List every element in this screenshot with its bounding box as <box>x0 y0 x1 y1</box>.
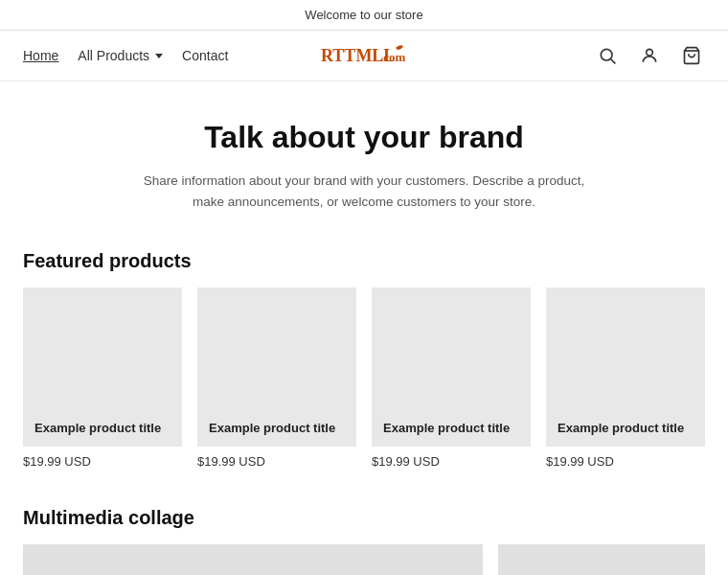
product-card[interactable]: Example product title $19.99 USD <box>372 288 531 469</box>
header: Home All Products Contact RTTMLL .com <box>0 31 728 81</box>
announcement-bar: Welcome to our store <box>0 0 728 31</box>
multimedia-collage-section: Multimedia collage Example product title <box>0 497 728 575</box>
product-image: Example product title <box>23 288 182 447</box>
search-icon <box>598 46 617 65</box>
featured-products-section: Featured products Example product title … <box>0 241 728 497</box>
nav-home[interactable]: Home <box>23 48 58 63</box>
product-title: Example product title <box>34 421 161 435</box>
product-title: Example product title <box>557 421 684 435</box>
logo-text: RTTMLL .com <box>321 52 407 71</box>
featured-title: Featured products <box>23 250 705 272</box>
product-title: Example product title <box>383 421 510 435</box>
product-card[interactable]: Example product title $19.99 USD <box>23 288 182 469</box>
header-icons <box>594 42 705 69</box>
account-icon <box>640 46 659 65</box>
collage-title: Multimedia collage <box>23 507 705 529</box>
product-price: $19.99 USD <box>546 454 705 469</box>
logo[interactable]: RTTMLL .com <box>321 40 407 72</box>
collage-left-image <box>23 544 483 575</box>
hero-title: Talk about your brand <box>19 120 709 155</box>
product-card[interactable]: Example product title $19.99 USD <box>546 288 705 469</box>
product-card[interactable]: Example product title $19.99 USD <box>197 288 356 469</box>
product-title: Example product title <box>209 421 335 435</box>
hero-section: Talk about your brand Share information … <box>0 81 728 241</box>
product-image: Example product title <box>546 288 705 447</box>
hero-description: Share information about your brand with … <box>134 171 594 212</box>
nav-all-products[interactable]: All Products <box>78 48 163 63</box>
svg-text:.com: .com <box>380 50 406 64</box>
search-button[interactable] <box>594 42 621 69</box>
products-grid: Example product title $19.99 USD Example… <box>23 288 705 469</box>
svg-point-4 <box>647 49 653 56</box>
collage-right-card[interactable]: Example product title <box>498 544 705 575</box>
logo-svg: RTTMLL .com <box>321 40 407 67</box>
account-button[interactable] <box>636 42 663 69</box>
product-price: $19.99 USD <box>197 454 356 469</box>
product-image: Example product title <box>372 288 531 447</box>
main-nav: Home All Products Contact <box>23 48 228 63</box>
product-price: $19.99 USD <box>23 454 182 469</box>
svg-line-3 <box>611 59 616 64</box>
nav-contact[interactable]: Contact <box>182 48 228 63</box>
svg-point-2 <box>601 49 612 60</box>
cart-button[interactable] <box>678 42 705 69</box>
product-price: $19.99 USD <box>372 454 531 469</box>
cart-icon <box>682 46 701 65</box>
announcement-text: Welcome to our store <box>305 8 422 22</box>
product-image: Example product title <box>197 288 356 447</box>
collage-grid: Example product title <box>23 544 705 575</box>
chevron-down-icon <box>155 54 163 58</box>
